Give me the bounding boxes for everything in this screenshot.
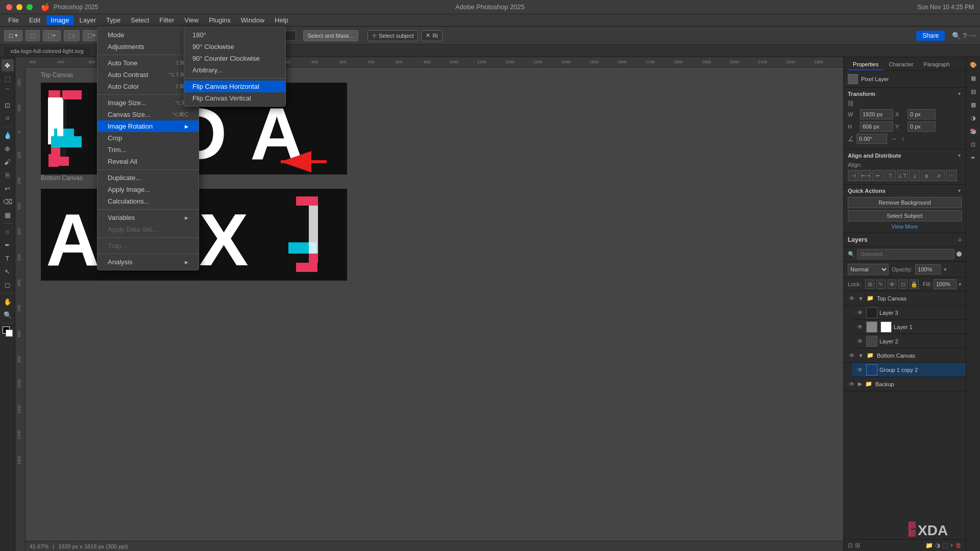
menu-filter[interactable]: Filter [155,15,178,25]
backup-expand-icon[interactable]: ▶ [858,381,862,387]
create-group-icon[interactable]: 📁 [925,542,933,549]
top-canvas-expand-icon[interactable]: ▼ [858,295,864,302]
dodge-tool[interactable]: ○ [2,226,14,238]
layer-2-item[interactable]: 👁 Layer 2 [852,334,966,348]
maximize-button[interactable] [27,4,33,10]
select-and-mask-btn[interactable]: Select and Mask... [303,30,359,41]
delete-layer-icon[interactable]: 🗑 [955,542,962,549]
menu-help[interactable]: Help [271,15,292,25]
new-layer-icon[interactable]: + [950,542,953,549]
help-icon[interactable]: ? [963,32,967,40]
eyedropper-tool[interactable]: 💧 [2,129,14,141]
quick-actions-header[interactable]: Quick Actions ▼ [848,188,962,194]
text-tool[interactable]: T [2,252,14,264]
zoom-tool[interactable]: 🔍 [2,309,14,321]
tab-properties[interactable]: Properties [848,59,884,70]
move-tool[interactable]: ✥ [2,59,14,71]
menu-type[interactable]: Type [102,15,125,25]
opacity-arrow-icon[interactable]: ▾ [944,266,947,273]
lock-artboard-btn[interactable]: ⊡ [898,280,908,289]
menu-image[interactable]: Image [46,15,73,25]
adjustments-icon[interactable]: ◑ [968,112,979,123]
height-value-input[interactable] [860,121,893,132]
lock-checkerboard-btn[interactable]: ⊞ [865,280,874,289]
bottom-canvas-visibility[interactable]: 👁 [848,352,856,360]
lock-all-btn[interactable]: 🔒 [910,280,919,289]
subtract-selection-btn[interactable]: ⬚- [64,30,80,41]
expand-icon[interactable]: ⋯ [969,32,976,40]
rotate-90cw[interactable]: 90° Clockwise [184,41,285,53]
distribute-h-btn[interactable]: ⫼ [921,170,933,181]
tab-paragraph[interactable]: Paragraph [918,59,954,70]
minimize-button[interactable] [16,4,22,10]
marquee-tool[interactable]: ⬚ [2,72,14,85]
view-more-link[interactable]: View More [848,223,962,230]
lasso-tool[interactable]: ⌒ [2,86,14,98]
pen-tool[interactable]: ✒ [2,239,14,251]
search-icon[interactable]: 🔍 [952,32,961,40]
path-selection-tool[interactable]: ↖ [2,265,14,278]
add-mask-icon[interactable]: ⬚ [942,542,948,549]
brush-tool[interactable]: 🖌 [2,156,14,168]
new-selection-btn[interactable]: ⬚ [26,30,40,41]
history-brush-tool[interactable]: ↩ [2,182,14,194]
menu-window[interactable]: Window [237,15,268,25]
menu-apply-image[interactable]: Apply Image... [97,184,199,195]
menu-analysis[interactable]: Analysis [97,256,199,268]
chain-icon[interactable]: ⛓ [848,100,854,107]
add-selection-btn[interactable]: ⬚+ [43,30,60,41]
menu-apply-data-set[interactable]: Apply Data Set... [97,223,199,235]
distribute-v-btn[interactable]: ⫻ [934,170,945,181]
align-right-btn[interactable]: ⊢ [872,170,884,181]
y-value-input[interactable] [908,121,936,132]
menu-edit[interactable]: Edit [25,15,44,25]
group1-copy2-visibility[interactable]: 👁 [856,366,864,374]
rotate-180[interactable]: 180° [184,29,285,41]
align-header[interactable]: Align and Distribute ▼ [848,153,962,159]
transform-header[interactable]: Transform ▼ [848,91,962,97]
lock-position-btn[interactable]: ✥ [888,280,897,289]
layer-1-visibility[interactable]: 👁 [856,323,864,331]
libraries-icon[interactable]: 📚 [968,126,979,137]
select-subject-btn[interactable]: Select Subject [848,210,962,221]
swatches-icon[interactable]: ▦ [968,72,979,84]
gradients-icon[interactable]: ▤ [968,86,979,97]
menu-image-rotation[interactable]: Image Rotation [97,120,199,132]
more-align-btn[interactable]: ⋯ [946,170,957,181]
bottom-canvas-group[interactable]: 👁 ▼ 📁 Bottom Canvas [844,348,966,363]
angle-input[interactable] [856,134,887,144]
layers-filter-dot[interactable] [957,252,962,257]
menu-layer[interactable]: Layer [76,15,101,25]
eraser-tool[interactable]: ⌫ [2,195,14,208]
create-adjustment-icon[interactable]: ◑ [935,542,940,549]
select-options-btn[interactable]: ◻ ▾ [4,30,22,41]
rotate-arbitrary[interactable]: Arbitrary... [184,64,285,76]
layers-options-icon[interactable]: ≡ [958,236,962,243]
align-top-btn[interactable]: ⊤ [885,170,896,181]
remove-background-toolbar-btn[interactable]: ✕ Ri [421,30,442,41]
channels-icon[interactable]: ⊡ [968,139,979,150]
select-subject-toolbar-btn[interactable]: ⊹ Select subject [368,30,418,41]
layers-search-input[interactable] [857,249,954,259]
foreground-background-colors[interactable] [3,327,13,337]
menu-select[interactable]: Select [127,15,153,25]
clone-tool[interactable]: ⎘ [2,169,14,181]
layer-2-visibility[interactable]: 👁 [856,337,864,345]
healing-tool[interactable]: ⊕ [2,142,14,155]
flip-canvas-horizontal[interactable]: Flip Canvas Horizontal [184,81,285,92]
file-tab[interactable]: xda-logo-full-colored-light.svg [4,46,90,56]
x-value-input[interactable] [908,109,936,119]
crop-tool[interactable]: ⌗ [2,112,14,124]
tab-character[interactable]: Character [884,59,918,70]
top-canvas-group[interactable]: 👁 ▼ 📁 Top Canvas [844,291,966,306]
lock-brush-btn[interactable]: ✎ [876,280,886,289]
top-canvas-visibility[interactable]: 👁 [848,294,856,303]
menu-plugins[interactable]: Plugins [205,15,235,25]
width-value-input[interactable] [860,109,893,119]
rotate-90ccw[interactable]: 90° Counter Clockwise [184,53,285,64]
menu-crop[interactable]: Crop [97,132,199,144]
patterns-icon[interactable]: ▩ [968,99,979,110]
menu-trim[interactable]: Trim... [97,144,199,156]
flip-v-icon[interactable]: ↕ [901,135,904,142]
layer-3-visibility[interactable]: 👁 [856,309,864,317]
